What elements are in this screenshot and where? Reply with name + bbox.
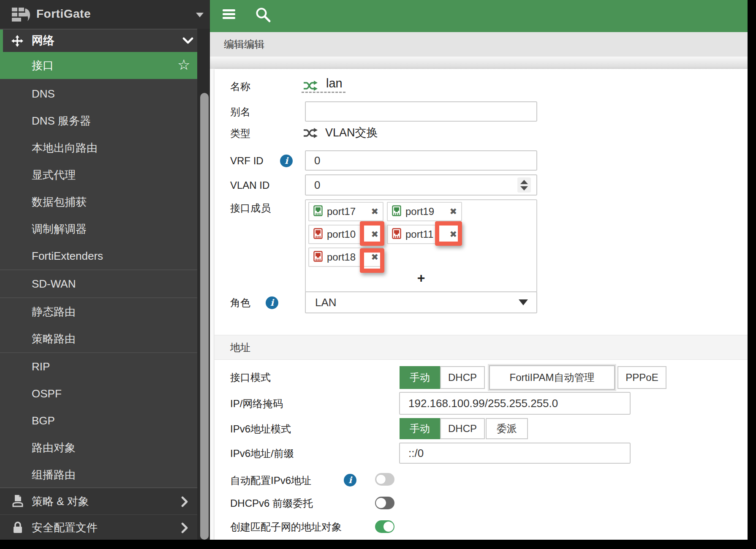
port-down-icon	[313, 228, 323, 241]
role-select-value: LAN	[315, 291, 337, 313]
annotation-highlight-box	[435, 221, 462, 246]
mode-pppoe-button[interactable]: PPPoE	[617, 366, 666, 389]
sidebar-item-local-out-routing[interactable]: 本地出向路由	[0, 134, 197, 161]
dhcpv6-delegation-label: DHCPv6 前缀委托	[230, 496, 313, 511]
ip-netmask-label: IP/网络掩码	[230, 397, 283, 411]
sidebar-item-static-routes[interactable]: 静态路由	[0, 298, 197, 325]
info-icon[interactable]: i	[280, 155, 293, 167]
member-tag-label: port17	[327, 206, 371, 217]
addressing-mode-label: 接口模式	[230, 370, 271, 385]
port-up-icon	[392, 205, 401, 218]
ipv6-mode-label: IPv6地址模式	[230, 422, 291, 436]
sidebar-item-bgp[interactable]: BGP	[0, 407, 197, 434]
move-icon	[11, 35, 23, 49]
sidebar-scrollbar-thumb[interactable]	[200, 93, 209, 540]
remove-member-icon[interactable]: ✖	[449, 207, 457, 217]
port-up-icon	[313, 205, 323, 218]
sidebar-item-policy-routes[interactable]: 策略路由	[0, 325, 197, 352]
auto-ipv6-toggle[interactable]	[375, 473, 394, 486]
sidebar-item-policy-objects-label: 策略 & 对象	[32, 488, 89, 514]
add-member-button[interactable]: +	[305, 270, 537, 286]
vlan-label: VLAN ID	[230, 178, 269, 193]
ipv6-mode-dhcp-button[interactable]: DHCP	[440, 418, 485, 439]
sidebar-item-network-label: 网络	[32, 30, 54, 52]
role-select[interactable]	[305, 291, 537, 313]
sidebar-item-packet-capture[interactable]: 数据包捕获	[0, 188, 197, 215]
member-tag: port19 ✖	[387, 202, 462, 221]
role-label: 角色	[230, 296, 250, 310]
mode-fortiipam-button[interactable]: FortiIPAM自动管理	[489, 365, 615, 390]
top-navbar	[210, 0, 748, 32]
brand-name: FortiGate	[36, 7, 91, 21]
ip-netmask-input[interactable]: 192.168.100.99/255.255.255.0	[399, 392, 631, 415]
sidebar-item-interfaces[interactable]	[0, 52, 197, 79]
sidebar-item-security-profiles-label: 安全配置文件	[32, 515, 98, 540]
annotation-highlight-box	[360, 248, 384, 273]
type-value: VLAN交换	[325, 125, 378, 140]
select-caret-icon	[519, 299, 528, 305]
port-down-icon	[392, 228, 401, 241]
type-label: 类型	[230, 126, 250, 141]
info-icon[interactable]: i	[266, 296, 278, 309]
sidebar-item-network[interactable]	[0, 30, 197, 52]
ipv6-mode-delegated-button[interactable]: 委派	[486, 418, 528, 439]
alias-input[interactable]	[305, 101, 537, 122]
name-underline	[302, 84, 345, 93]
ipv6-mode-manual-button[interactable]: 手动	[400, 418, 440, 439]
stepper-up-icon[interactable]	[520, 180, 528, 184]
app-window: FortiGate 网络 接口 ☆ DNS DNS 服务器 本地出向路由 显式代…	[0, 0, 756, 549]
create-address-object-toggle[interactable]	[375, 520, 394, 533]
stepper-down-icon[interactable]	[520, 186, 528, 190]
chevron-right-icon	[181, 496, 188, 509]
sidebar-item-dns[interactable]: DNS	[0, 80, 197, 107]
star-icon[interactable]: ☆	[177, 52, 190, 79]
stamp-icon	[11, 494, 24, 510]
vrf-label: VRF ID	[230, 154, 264, 168]
member-tag: port17 ✖	[308, 202, 383, 221]
mode-dhcp-button[interactable]: DHCP	[440, 366, 485, 389]
sidebar-header[interactable]: FortiGate	[0, 0, 210, 29]
sidebar-item-interfaces-label: 接口	[32, 52, 54, 79]
chevron-down-icon[interactable]	[182, 37, 193, 46]
sidebar-item-dns-servers[interactable]: DNS 服务器	[0, 107, 197, 134]
address-section-title: 地址	[230, 335, 250, 359]
sidebar-item-fortiextenders[interactable]: FortiExtenders	[0, 242, 197, 269]
ipv6-address-input[interactable]: ::/0	[399, 443, 631, 464]
sidebar-item-multicast-routing[interactable]: 组播路由	[0, 461, 197, 488]
search-icon[interactable]	[254, 6, 272, 25]
remove-member-icon[interactable]: ✖	[371, 207, 378, 217]
lock-icon	[11, 520, 24, 536]
sidebar: FortiGate 网络 接口 ☆ DNS DNS 服务器 本地出向路由 显式代…	[0, 0, 210, 540]
chevron-right-icon	[181, 522, 188, 535]
sidebar-item-modem[interactable]: 调制解调器	[0, 215, 197, 242]
create-address-object-label: 创建匹配子网的地址对象	[230, 520, 342, 534]
address-section-header: 地址	[215, 335, 748, 360]
sidebar-item-rip[interactable]: RIP	[0, 353, 197, 380]
dhcpv6-delegation-toggle[interactable]	[375, 497, 394, 509]
vlan-input[interactable]: 0	[305, 174, 537, 196]
mode-manual-button[interactable]: 手动	[400, 366, 440, 389]
auto-ipv6-label: 自动配置IPv6地址	[230, 473, 311, 488]
vrf-input[interactable]: 0	[305, 150, 537, 171]
sidebar-item-ospf[interactable]: OSPF	[0, 380, 197, 407]
page-title: 编辑编辑	[224, 32, 264, 57]
annotation-highlight-box	[360, 221, 384, 246]
members-label: 接口成员	[230, 201, 271, 215]
sidebar-item-policy-objects[interactable]: 策略 & 对象	[0, 488, 197, 514]
member-tag-label: port19	[405, 206, 449, 217]
ipv6-address-label: IPv6地址/前缀	[230, 446, 294, 461]
fortigate-logo-icon	[11, 6, 33, 24]
vlan-stepper[interactable]	[517, 177, 531, 193]
sidebar-item-explicit-proxy[interactable]: 显式代理	[0, 161, 197, 188]
header-shadow	[210, 57, 748, 69]
chevron-down-icon[interactable]	[196, 13, 204, 17]
sidebar-item-security-profiles[interactable]: 安全配置文件	[0, 514, 197, 540]
sidebar-item-sdwan[interactable]: SD-WAN	[0, 270, 197, 297]
page-header: 编辑编辑	[210, 32, 748, 57]
menu-hamburger-icon[interactable]	[223, 9, 235, 19]
info-icon[interactable]: i	[344, 474, 356, 486]
sidebar-item-routing-objects[interactable]: 路由对象	[0, 434, 197, 461]
name-label: 名称	[230, 79, 250, 94]
alias-label: 别名	[230, 105, 250, 119]
vlan-switch-icon	[302, 127, 318, 141]
